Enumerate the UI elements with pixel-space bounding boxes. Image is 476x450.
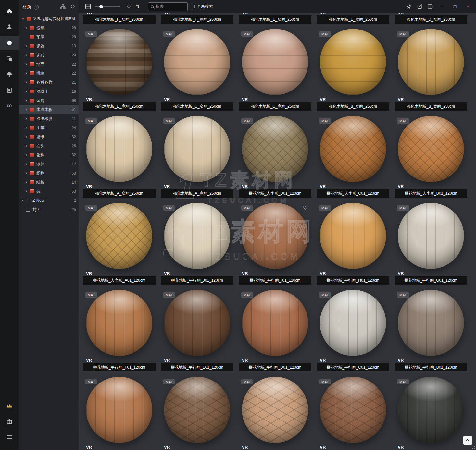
box-icon[interactable] bbox=[0, 415, 19, 428]
expand-arrow-icon[interactable] bbox=[22, 199, 23, 202]
tree-item[interactable]: 塑料 32 bbox=[19, 151, 79, 160]
maximize-button[interactable]: □ bbox=[449, 2, 460, 11]
material-sphere-preview[interactable] bbox=[398, 29, 464, 95]
tree-root-item[interactable]: V-Ray超写实材质库BM bbox=[19, 14, 79, 23]
global-search-checkbox[interactable] bbox=[191, 5, 195, 8]
tree-item[interactable]: 玻璃 28 bbox=[19, 23, 79, 32]
material-tile[interactable]: MAT ♡ VR 拼花地板_平行的_E01_120cm bbox=[161, 286, 233, 368]
material-sphere-preview[interactable] bbox=[398, 203, 464, 269]
collapse-arrow-icon[interactable] bbox=[22, 18, 24, 20]
material-sphere-preview[interactable] bbox=[242, 116, 308, 182]
minimize-button[interactable]: – bbox=[436, 2, 447, 11]
material-tile[interactable]: MAT ♡ VR 强化木地板_A_宽的_250cm bbox=[161, 113, 233, 194]
panels-layout-icon[interactable] bbox=[426, 2, 434, 11]
expand-arrow-icon[interactable] bbox=[26, 72, 27, 75]
tree-item[interactable]: 石头 26 bbox=[19, 141, 79, 151]
expand-arrow-icon[interactable] bbox=[26, 145, 27, 147]
tree-item[interactable]: 砖 53 bbox=[19, 187, 79, 196]
slider-knob[interactable] bbox=[99, 5, 103, 8]
expand-arrow-icon[interactable] bbox=[26, 81, 27, 84]
material-tile[interactable]: MAT ♡ VR 拼花地板_人字形_C01_120cm bbox=[317, 113, 389, 194]
material-tile[interactable]: MAT ♡ VR 强化木地板_F_宽的_250cm bbox=[161, 13, 233, 20]
material-sphere-preview[interactable] bbox=[242, 290, 308, 356]
material-sphere-preview[interactable] bbox=[320, 116, 386, 182]
material-sphere-preview[interactable] bbox=[164, 116, 230, 182]
material-sphere-preview[interactable] bbox=[164, 377, 230, 443]
material-tile[interactable]: MAT ♡ VR 强化木地板_B_窄的_250cm bbox=[317, 26, 389, 107]
favorite-heart-icon[interactable]: ♡ bbox=[303, 205, 307, 211]
material-sphere-preview[interactable] bbox=[86, 29, 152, 95]
tree-item[interactable]: 各种各样 21 bbox=[19, 78, 79, 87]
material-tile[interactable]: MAT ♡ VR 强化木地板_D_宽的_250cm bbox=[83, 26, 156, 107]
expand-arrow-icon[interactable] bbox=[26, 136, 27, 138]
material-sphere-preview[interactable] bbox=[86, 377, 152, 443]
help-icon[interactable]: ? bbox=[34, 5, 39, 10]
material-tile[interactable]: MAT ♡ VR 强化木地板_B_宽的_250cm bbox=[395, 26, 467, 107]
material-tile[interactable]: MAT ♡ VR 拼花地板_人字形_A01_120cm bbox=[83, 200, 156, 281]
material-sphere-preview[interactable] bbox=[242, 203, 308, 269]
material-sphere-preview[interactable] bbox=[86, 116, 152, 182]
material-sphere-preview[interactable] bbox=[86, 290, 152, 356]
sort-icon[interactable]: ⇅ bbox=[133, 2, 142, 11]
material-tile[interactable]: MAT ♡ VR 木头_D02_120cm bbox=[395, 373, 467, 450]
tree-item[interactable]: 封面 25 bbox=[19, 205, 79, 214]
material-tile[interactable]: MAT ♡ VR 拼花地板_品字_B01_120cm bbox=[239, 373, 311, 450]
material-tile[interactable]: MAT ♡ VR 拼花地板_品字_C01_120cm bbox=[161, 373, 233, 450]
crown-icon[interactable] bbox=[0, 399, 19, 412]
material-sphere-preview[interactable] bbox=[242, 29, 308, 95]
material-sphere-preview[interactable] bbox=[320, 29, 386, 95]
thumbnail-size-slider[interactable] bbox=[95, 6, 120, 7]
clipboard-icon[interactable] bbox=[0, 84, 19, 97]
expand-arrow-icon[interactable] bbox=[26, 27, 27, 29]
material-tile[interactable]: MAT ♡ VR 强化木地板_F_窄的_250cm bbox=[83, 13, 156, 20]
materials-sphere-icon[interactable] bbox=[0, 36, 19, 50]
material-sphere-preview[interactable] bbox=[164, 290, 230, 356]
material-sphere-preview[interactable] bbox=[242, 377, 308, 443]
close-button[interactable]: × bbox=[462, 2, 473, 11]
infinity-icon[interactable]: ∞ bbox=[0, 99, 19, 112]
tree-item[interactable]: 纸板 14 bbox=[19, 178, 79, 187]
material-tile[interactable]: MAT ♡ VR 拼花地板_平行的_I01_120cm bbox=[239, 200, 311, 281]
expand-arrow-icon[interactable] bbox=[26, 90, 27, 93]
material-tile[interactable]: MAT ♡ VR 拼花地板_平行的_D01_120cm bbox=[239, 286, 311, 368]
material-tile[interactable]: MAT ♡ VR 强化木地板_E_窄的_250cm bbox=[239, 13, 311, 20]
assets-person-icon[interactable] bbox=[0, 20, 19, 33]
material-sphere-preview[interactable] bbox=[398, 116, 464, 182]
material-sphere-preview[interactable] bbox=[164, 203, 230, 269]
tree-item[interactable]: 车漆 28 bbox=[19, 32, 79, 42]
expand-arrow-icon[interactable] bbox=[26, 127, 27, 129]
expand-arrow-icon[interactable] bbox=[26, 117, 27, 120]
material-tile[interactable]: MAT ♡ VR 拼花地板_人字形_B01_120cm bbox=[395, 113, 467, 194]
material-sphere-preview[interactable] bbox=[320, 203, 386, 269]
hierarchy-icon[interactable] bbox=[60, 4, 66, 11]
expand-arrow-icon[interactable] bbox=[26, 99, 27, 102]
tree-item[interactable]: 瓷砖 20 bbox=[19, 51, 79, 60]
expand-arrow-icon[interactable] bbox=[26, 154, 27, 156]
tree-item[interactable]: 墙纸 32 bbox=[19, 132, 79, 141]
tree-item[interactable]: 混凝土 16 bbox=[19, 87, 79, 96]
material-sphere-preview[interactable] bbox=[398, 377, 464, 443]
home-icon[interactable] bbox=[0, 5, 19, 18]
material-sphere-preview[interactable] bbox=[320, 290, 386, 356]
expand-arrow-icon[interactable] bbox=[26, 190, 27, 193]
material-tile[interactable]: MAT ♡ VR 强化木地板_C_宽的_250cm bbox=[239, 26, 311, 107]
material-tile[interactable]: MAT ♡ VR 拼花地板_平行的_B01_120cm bbox=[395, 286, 467, 368]
material-sphere-preview[interactable] bbox=[86, 203, 152, 269]
material-sphere-preview[interactable] bbox=[164, 29, 230, 95]
material-sphere-preview[interactable] bbox=[320, 377, 386, 443]
material-tile[interactable]: MAT ♡ VR 拼花地板_平行的_G01_120cm bbox=[395, 200, 467, 281]
expand-arrow-icon[interactable] bbox=[26, 163, 27, 165]
material-tile[interactable]: MAT ♡ VR 强化木地板_A_窄的_250cm bbox=[83, 113, 156, 194]
tree-item[interactable]: Z-New 2 bbox=[19, 196, 79, 205]
tree-item[interactable]: 木纹木板 51 bbox=[19, 105, 79, 114]
menu-icon[interactable] bbox=[0, 431, 19, 444]
tree-item[interactable]: 皮革 24 bbox=[19, 123, 79, 132]
tree-item[interactable]: 泡沫橡胶 11 bbox=[19, 114, 79, 123]
frames-icon[interactable] bbox=[0, 53, 19, 66]
search-box[interactable] bbox=[148, 2, 188, 11]
material-tile[interactable]: MAT ♡ VR 拼花地板_平行的_C01_120cm bbox=[317, 286, 389, 368]
expand-arrow-icon[interactable] bbox=[26, 45, 27, 47]
tree-item[interactable]: 概略 22 bbox=[19, 69, 79, 78]
tree-item[interactable]: 瓷器 13 bbox=[19, 42, 79, 51]
thumbnail-view-icon[interactable] bbox=[84, 2, 92, 11]
